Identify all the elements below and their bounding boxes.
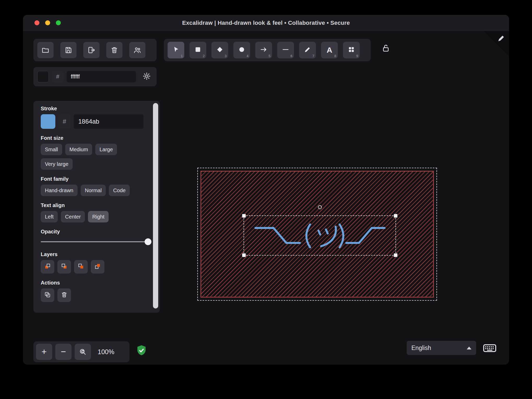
opacity-slider-track[interactable] xyxy=(41,241,149,242)
tool-shortcut: 8 xyxy=(334,54,336,58)
hex-hash-label: # xyxy=(52,71,63,82)
minimize-window-button[interactable] xyxy=(45,20,50,25)
panel-scrollbar[interactable] xyxy=(153,103,158,309)
font-size-small-button[interactable]: Small xyxy=(41,144,62,155)
open-file-button[interactable] xyxy=(37,42,54,58)
square-icon xyxy=(194,46,202,54)
tool-rectangle[interactable]: 2 xyxy=(190,42,206,58)
tool-selection[interactable]: 1 xyxy=(168,42,184,58)
tool-text[interactable]: A 8 xyxy=(321,42,338,58)
shape-toolbar: 1 2 3 4 xyxy=(164,39,371,61)
trash-icon xyxy=(110,46,118,54)
save-icon xyxy=(64,46,72,54)
tool-shortcut: 1 xyxy=(181,54,183,58)
canvas-background-hex-input[interactable]: ffffff xyxy=(67,71,136,82)
shrug-text-element[interactable] xyxy=(245,218,394,255)
export-file-button[interactable] xyxy=(83,42,99,58)
font-size-medium-button[interactable]: Medium xyxy=(65,144,92,155)
titlebar: Excalidraw | Hand-drawn look & feel • Co… xyxy=(23,15,509,31)
font-size-section-label: Font size xyxy=(41,135,155,141)
line-icon xyxy=(282,46,289,54)
bring-forward-button[interactable] xyxy=(74,260,88,274)
hex-hash-label: # xyxy=(58,114,70,129)
library-grid-icon xyxy=(348,46,355,54)
pen-icon xyxy=(497,35,505,44)
zoom-window-button[interactable] xyxy=(56,20,61,25)
edit-corner-ribbon[interactable] xyxy=(483,31,509,57)
zoom-out-button[interactable]: − xyxy=(55,344,72,360)
text-icon: A xyxy=(327,46,332,54)
rotate-handle[interactable] xyxy=(318,205,322,209)
font-family-normal-button[interactable]: Normal xyxy=(81,185,106,196)
trash-icon xyxy=(61,291,68,299)
encryption-shield-icon[interactable] xyxy=(136,344,147,358)
reset-zoom-button[interactable] xyxy=(75,344,91,360)
clear-canvas-button[interactable] xyxy=(106,42,122,58)
text-align-left-button[interactable]: Left xyxy=(41,211,58,222)
keyboard-icon xyxy=(483,350,496,354)
settings-button[interactable] xyxy=(141,71,153,83)
close-window-button[interactable] xyxy=(34,20,39,25)
delete-button[interactable] xyxy=(57,288,71,302)
tool-ellipse[interactable]: 4 xyxy=(233,42,250,58)
send-backward-button[interactable] xyxy=(57,260,71,274)
font-family-hand-drawn-button[interactable]: Hand-drawn xyxy=(41,185,78,196)
keep-tool-active-button[interactable] xyxy=(380,43,392,55)
stroke-hex-input[interactable]: 1864ab xyxy=(74,114,144,129)
users-icon xyxy=(133,46,141,54)
bring-to-front-button[interactable] xyxy=(91,260,104,274)
chevron-up-icon xyxy=(467,347,471,349)
collaboration-button[interactable] xyxy=(129,42,145,58)
cursor-icon xyxy=(172,46,180,54)
opacity-section-label: Opacity xyxy=(41,229,155,235)
font-size-very-large-button[interactable]: Very large xyxy=(41,158,73,170)
send-to-back-button[interactable] xyxy=(41,260,54,274)
canvas-background-swatch[interactable] xyxy=(37,71,49,82)
language-select-value: English xyxy=(411,344,431,352)
tool-shortcut: 2 xyxy=(203,54,205,58)
tool-shortcut: 6 xyxy=(291,54,292,58)
font-size-large-button[interactable]: Large xyxy=(95,144,117,155)
diamond-icon xyxy=(216,46,223,54)
export-icon xyxy=(87,46,95,54)
tool-diamond[interactable]: 3 xyxy=(211,42,228,58)
tool-draw[interactable]: 7 xyxy=(299,42,316,58)
tool-arrow[interactable]: 5 xyxy=(255,42,272,58)
text-align-center-button[interactable]: Center xyxy=(61,211,85,222)
text-align-section-label: Text align xyxy=(41,202,155,208)
tool-shortcut: 7 xyxy=(312,54,314,58)
bring-forward-icon xyxy=(78,263,84,271)
pencil-icon xyxy=(304,46,311,54)
stroke-color-swatch[interactable] xyxy=(41,114,55,129)
circle-icon xyxy=(238,46,245,54)
bring-to-front-icon xyxy=(94,263,101,271)
send-to-back-icon xyxy=(44,263,51,271)
tool-library[interactable]: 9 xyxy=(343,42,360,58)
minus-icon: − xyxy=(61,347,66,356)
tool-line[interactable]: 6 xyxy=(277,42,294,58)
font-family-code-button[interactable]: Code xyxy=(109,185,130,196)
font-family-section-label: Font family xyxy=(41,176,155,182)
opacity-slider-thumb[interactable] xyxy=(145,238,151,245)
desktop: Excalidraw | Hand-drawn look & feel • Co… xyxy=(0,0,532,399)
gear-icon xyxy=(143,72,151,81)
resize-handle-top-right[interactable] xyxy=(394,214,398,218)
unlocked-padlock-icon xyxy=(381,44,390,54)
language-select[interactable]: English xyxy=(407,341,476,355)
zoom-level: 100% xyxy=(98,348,114,356)
duplicate-button[interactable] xyxy=(41,288,54,302)
file-toolbar xyxy=(33,39,157,61)
tool-shortcut: 4 xyxy=(247,54,249,58)
zoom-in-button[interactable]: + xyxy=(36,344,52,360)
opacity-slider[interactable] xyxy=(41,238,151,245)
layers-section-label: Layers xyxy=(41,251,155,257)
save-file-button[interactable] xyxy=(60,42,76,58)
resize-handle-bottom-right[interactable] xyxy=(394,253,398,257)
resize-handle-top-left[interactable] xyxy=(242,214,246,218)
send-backward-icon xyxy=(61,263,68,271)
folder-open-icon xyxy=(42,46,49,54)
excalidraw-window: Excalidraw | Hand-drawn look & feel • Co… xyxy=(23,15,509,365)
keyboard-shortcuts-button[interactable] xyxy=(483,343,496,354)
properties-panel: Stroke # 1864ab Font size Small Medium L… xyxy=(33,101,160,313)
text-align-right-button[interactable]: Right xyxy=(88,211,109,222)
